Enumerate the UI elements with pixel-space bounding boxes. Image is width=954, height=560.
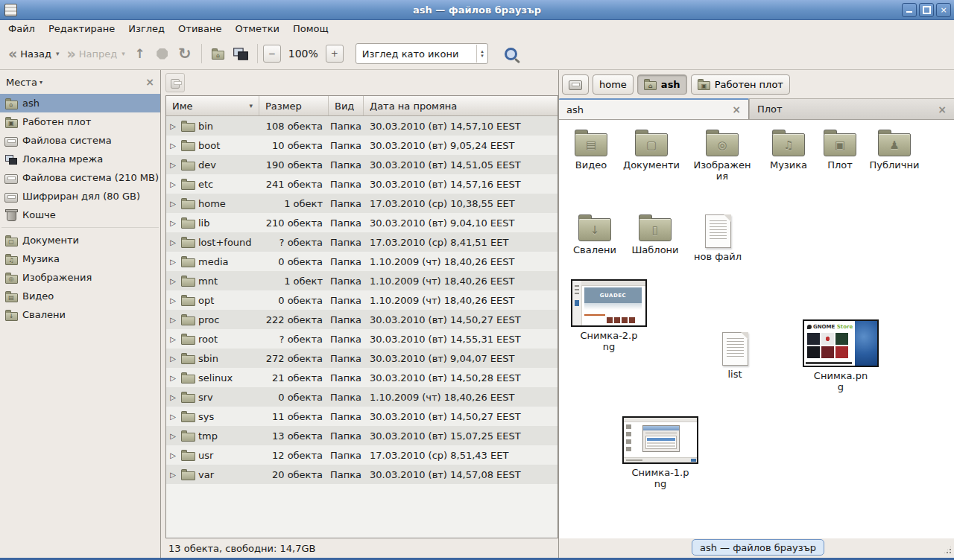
- tree-row-boot[interactable]: ▷boot10 обектаПапка30.03.2010 (вт) 9,05,…: [166, 136, 557, 155]
- tree-row-home[interactable]: ▷home1 обектПапка17.03.2010 (ср) 10,38,5…: [166, 194, 557, 213]
- tree-row-dev[interactable]: ▷dev190 обектаПапка30.03.2010 (вт) 14,51…: [166, 155, 557, 174]
- tree-row-tmp[interactable]: ▷tmp13 обектаПапка30.03.2010 (вт) 15,07,…: [166, 426, 557, 445]
- sidebar-item-music[interactable]: ♫Музика: [0, 249, 160, 268]
- tree-row-etc[interactable]: ▷etc241 обектаПапка30.03.2010 (вт) 14,57…: [166, 174, 557, 194]
- breadcrumb-filesystem[interactable]: [562, 74, 589, 95]
- expander-icon[interactable]: ▷: [168, 432, 178, 440]
- sidebar-item-trash[interactable]: Кошче: [0, 206, 160, 224]
- expander-icon[interactable]: ▷: [168, 471, 178, 479]
- close-button[interactable]: ×: [936, 3, 951, 17]
- menu-item-view[interactable]: Изглед: [121, 20, 171, 38]
- menu-item-bookmarks[interactable]: Отметки: [228, 20, 285, 38]
- menu-item-help[interactable]: Помощ: [286, 20, 335, 38]
- tree-row-sys[interactable]: ▷sys11 обектаПапка30.03.2010 (вт) 14,50,…: [166, 407, 557, 426]
- iconview-item-downloads[interactable]: ↓Свалени: [560, 212, 629, 255]
- iconview-item-snimka1[interactable]: Снимка-1.png: [619, 416, 702, 489]
- sidebar-item-encrypted-80gb[interactable]: Шифриран дял (80 GB): [0, 187, 160, 206]
- tree-row-srv[interactable]: ▷srv0 обектаПапка1.10.2009 (чт) 18,40,26…: [166, 387, 557, 407]
- sidebar-item-home[interactable]: ⌂ash: [0, 94, 160, 112]
- maximize-button[interactable]: [919, 3, 934, 17]
- expander-icon[interactable]: ▷: [168, 393, 178, 401]
- back-dropdown-arrow[interactable]: ▾: [56, 50, 60, 57]
- expander-icon[interactable]: ▷: [168, 238, 178, 246]
- tree-row-lost+found[interactable]: ▷lost+found? обектаПапка17.03.2010 (ср) …: [166, 232, 557, 252]
- tree-row-var[interactable]: ▷var20 обектаПапка30.03.2010 (вт) 14,57,…: [166, 465, 557, 484]
- tab-close-icon[interactable]: ×: [732, 104, 741, 115]
- tab-ash[interactable]: ash×: [559, 98, 749, 119]
- tree-row-bin[interactable]: ▷bin108 обектаПапка30.03.2010 (вт) 14,57…: [166, 116, 557, 136]
- iconview-item-templates[interactable]: ▯Шаблони: [621, 212, 689, 255]
- resize-grip[interactable]: [943, 545, 953, 555]
- breadcrumb-desktop[interactable]: ▣Работен плот: [691, 74, 790, 95]
- stop-button[interactable]: [151, 43, 174, 64]
- up-button[interactable]: ↑: [129, 43, 151, 64]
- sidebar-item-network[interactable]: Локална мрежа: [0, 150, 160, 168]
- forward-button[interactable]: » Напред ▾: [63, 45, 128, 63]
- tree-row-selinux[interactable]: ▷selinux21 обектаПапка30.03.2010 (вт) 14…: [166, 368, 557, 387]
- zoom-out-button[interactable]: −: [263, 45, 281, 63]
- expander-icon[interactable]: ▷: [168, 296, 178, 305]
- minimize-button[interactable]: [902, 3, 917, 17]
- sidebar-item-pictures[interactable]: ◎Изображения: [0, 268, 160, 287]
- back-button[interactable]: « Назад ▾: [4, 45, 63, 63]
- expander-icon[interactable]: ▷: [168, 354, 178, 363]
- tree-row-root[interactable]: ▷root? обектаПапка30.03.2010 (вт) 14,55,…: [166, 329, 557, 349]
- menu-item-go[interactable]: Отиване: [171, 20, 228, 38]
- view-mode-select[interactable]: Изглед като икони ▴ ▾: [356, 43, 488, 64]
- tree-row-sbin[interactable]: ▷sbin272 обектаПапка30.03.2010 (вт) 9,04…: [166, 349, 557, 368]
- iconview-item-video[interactable]: ▤Видео: [559, 127, 623, 171]
- tree-row-proc[interactable]: ▷proc222 обектаПапка30.03.2010 (вт) 14,5…: [166, 310, 557, 329]
- tree-row-media[interactable]: ▷media0 обектаПапка1.10.2009 (чт) 18,40,…: [166, 252, 557, 271]
- sidebar-close-button[interactable]: ×: [145, 76, 154, 88]
- expander-icon[interactable]: ▷: [168, 219, 178, 227]
- tree-root-button[interactable]: [165, 73, 185, 92]
- sidebar-item-filesystem[interactable]: Файлова система: [0, 131, 160, 150]
- expander-icon[interactable]: ▷: [168, 374, 178, 382]
- expander-icon[interactable]: ▷: [168, 451, 178, 459]
- expander-icon[interactable]: ▷: [168, 161, 178, 169]
- tab-close-icon[interactable]: ×: [938, 104, 947, 115]
- expander-icon[interactable]: ▷: [168, 316, 178, 324]
- iconview-item-newfile[interactable]: нов файл: [683, 212, 752, 262]
- column-header-0[interactable]: Име▾: [166, 96, 259, 115]
- iconview-item-documents[interactable]: ▢Документи: [616, 127, 687, 171]
- expander-icon[interactable]: ▷: [168, 277, 178, 285]
- iconview-item-public[interactable]: ♟Публични: [860, 127, 929, 171]
- iconview-item-list[interactable]: list: [701, 330, 769, 380]
- expander-icon[interactable]: ▷: [168, 180, 178, 188]
- sidebar-header[interactable]: Места ▾ ×: [0, 70, 160, 94]
- tree-row-usr[interactable]: ▷usr12 обектаПапка17.03.2010 (ср) 8,51,4…: [166, 445, 557, 465]
- expander-icon[interactable]: ▷: [168, 413, 178, 421]
- expander-icon[interactable]: ▷: [168, 200, 178, 208]
- menu-item-edit[interactable]: Редактиране: [42, 20, 121, 38]
- reload-button[interactable]: ↻: [174, 43, 196, 64]
- expander-icon[interactable]: ▷: [168, 335, 178, 343]
- home-button[interactable]: ⌂: [207, 43, 230, 64]
- expander-icon[interactable]: ▷: [168, 122, 178, 130]
- combo-spinner[interactable]: ▴ ▾: [477, 49, 487, 58]
- sidebar-item-volume-210mb[interactable]: Файлова система (210 MB): [0, 168, 160, 187]
- expander-icon[interactable]: ▷: [168, 258, 178, 266]
- expander-icon[interactable]: ▷: [168, 141, 178, 150]
- tree-row-opt[interactable]: ▷opt0 обектаПапка1.10.2009 (чт) 18,40,26…: [166, 290, 557, 310]
- column-header-2[interactable]: Вид: [329, 96, 364, 115]
- breadcrumb-ash[interactable]: ⌂ash: [637, 74, 687, 95]
- titlebar[interactable]: ash — файлов браузър ×: [0, 0, 954, 20]
- menu-item-file[interactable]: Файл: [1, 20, 42, 38]
- tab-plot[interactable]: Плот×: [749, 98, 954, 119]
- iconview-item-snimka2[interactable]: GUADECСнимка-2.png: [568, 279, 650, 352]
- sidebar-item-downloads[interactable]: ↓Свалени: [0, 305, 160, 324]
- forward-dropdown-arrow[interactable]: ▾: [121, 50, 125, 57]
- sidebar-item-desktop[interactable]: ▣Работен плот: [0, 112, 160, 131]
- icon-view[interactable]: ▤Видео▢Документи◎Изображения♫Музика▣Плот…: [559, 119, 954, 538]
- iconview-item-snimka[interactable]: GNOME StoreСнимка.png: [799, 319, 882, 392]
- column-header-1[interactable]: Размер: [259, 96, 329, 115]
- tree-row-mnt[interactable]: ▷mnt1 обектПапка1.10.2009 (чт) 18,40,26 …: [166, 271, 557, 290]
- iconview-item-pictures[interactable]: ◎Изображения: [690, 127, 754, 182]
- zoom-in-button[interactable]: +: [326, 45, 344, 63]
- computer-button[interactable]: [230, 43, 252, 64]
- column-header-3[interactable]: Дата на промяна: [364, 96, 557, 115]
- tree-row-lib[interactable]: ▷lib210 обектаПапка30.03.2010 (вт) 9,04,…: [166, 213, 557, 232]
- sidebar-item-documents[interactable]: ▢Документи: [0, 231, 160, 249]
- breadcrumb-home-dir[interactable]: home: [593, 74, 634, 95]
